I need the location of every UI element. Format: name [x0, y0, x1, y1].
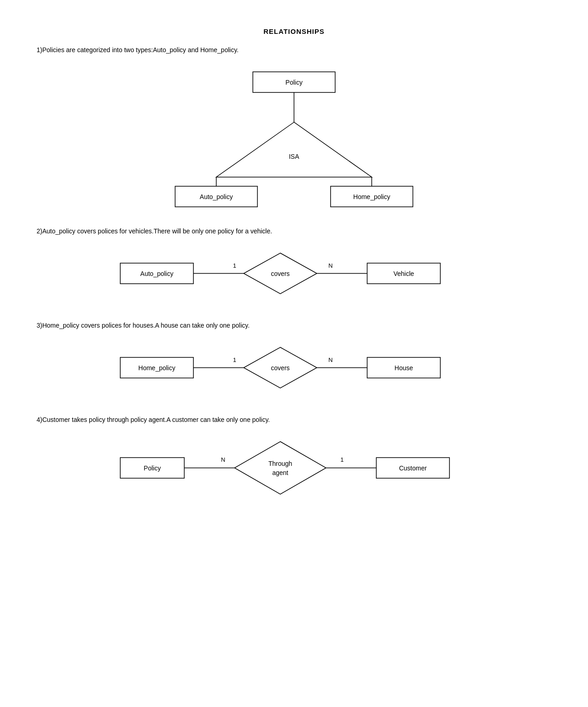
- cardinality-1-agent: 1: [340, 456, 343, 463]
- house-label: House: [395, 364, 413, 372]
- home-policy-label: Home_policy: [353, 193, 390, 200]
- covers-label-home: covers: [271, 364, 289, 372]
- isa-label: ISA: [289, 153, 299, 160]
- through-agent-svg: Policy N Through agent 1 Customer: [111, 432, 477, 506]
- isa-triangle: [216, 122, 372, 177]
- section-2: 2)Auto_policy covers polices for vehicle…: [37, 227, 551, 303]
- page-title: RELATIONSHIPS: [37, 27, 551, 35]
- customer-label: Customer: [399, 464, 427, 472]
- section-2-description: 2)Auto_policy covers polices for vehicle…: [37, 227, 551, 235]
- auto-policy-label: Auto_policy: [200, 193, 233, 200]
- vehicle-label: Vehicle: [393, 270, 414, 277]
- through-label: Through: [268, 460, 292, 467]
- section-4: 4)Customer takes policy through policy a…: [37, 416, 551, 506]
- section-4-description: 4)Customer takes policy through policy a…: [37, 416, 551, 423]
- isa-svg: Policy ISA Auto_policy Home_policy: [152, 63, 436, 209]
- home-covers-diagram: Home_policy 1 covers N House: [37, 338, 551, 398]
- cardinality-n-home: N: [328, 356, 332, 363]
- cardinality-1-auto: 1: [233, 262, 236, 269]
- cardinality-n-agent: N: [221, 456, 225, 463]
- section-1: 1)Policies are categorized into two type…: [37, 46, 551, 209]
- home-policy-label-2: Home_policy: [139, 364, 176, 372]
- covers-label-auto: covers: [271, 270, 289, 277]
- agent-label: agent: [272, 469, 288, 476]
- auto-covers-diagram: Auto_policy 1 covers N Vehicle: [37, 244, 551, 303]
- through-agent-diamond: [235, 442, 326, 494]
- policy-label: Policy: [285, 79, 302, 86]
- home-covers-svg: Home_policy 1 covers N House: [111, 338, 477, 398]
- section-3: 3)Home_policy covers polices for houses.…: [37, 322, 551, 398]
- section-1-description: 1)Policies are categorized into two type…: [37, 46, 551, 54]
- cardinality-n-auto: N: [328, 262, 332, 269]
- isa-diagram: Policy ISA Auto_policy Home_policy: [37, 63, 551, 209]
- policy-label-4: Policy: [144, 464, 160, 472]
- cardinality-1-home: 1: [233, 356, 236, 363]
- auto-policy-label-2: Auto_policy: [140, 270, 173, 277]
- through-agent-diagram: Policy N Through agent 1 Customer: [37, 432, 551, 506]
- auto-covers-svg: Auto_policy 1 covers N Vehicle: [111, 244, 477, 303]
- section-3-description: 3)Home_policy covers polices for houses.…: [37, 322, 551, 329]
